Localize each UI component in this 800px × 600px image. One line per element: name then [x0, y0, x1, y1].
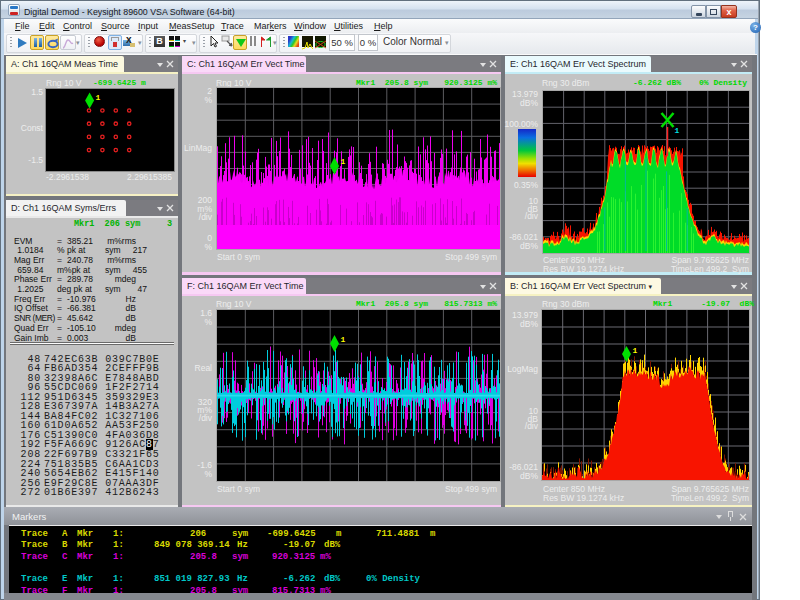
- svg-text:1: 1: [341, 335, 346, 344]
- svg-text:1: 1: [675, 126, 680, 135]
- svg-text:1: 1: [633, 346, 638, 355]
- svg-text:1: 1: [96, 93, 101, 102]
- svg-text:1: 1: [341, 157, 346, 166]
